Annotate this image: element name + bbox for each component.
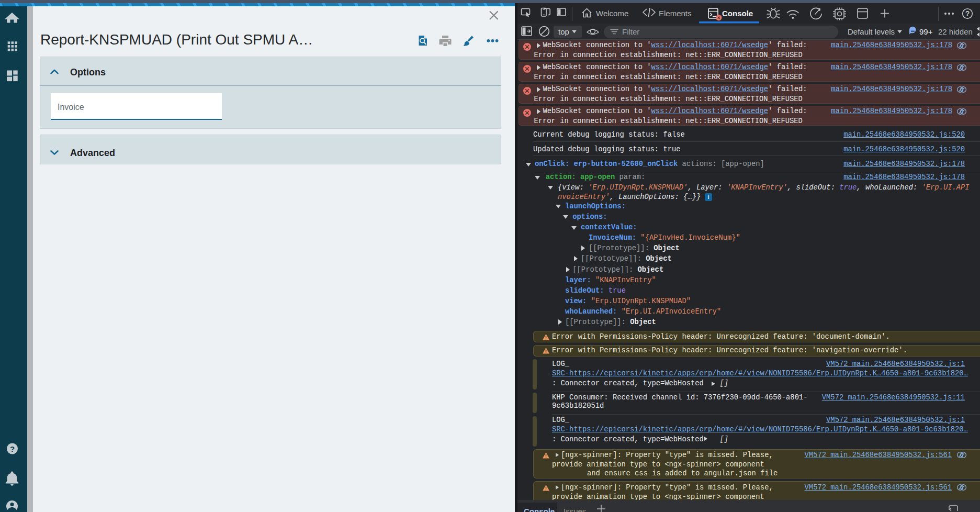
svg-text:?: ? — [965, 9, 970, 18]
svg-text:?: ? — [10, 444, 15, 453]
